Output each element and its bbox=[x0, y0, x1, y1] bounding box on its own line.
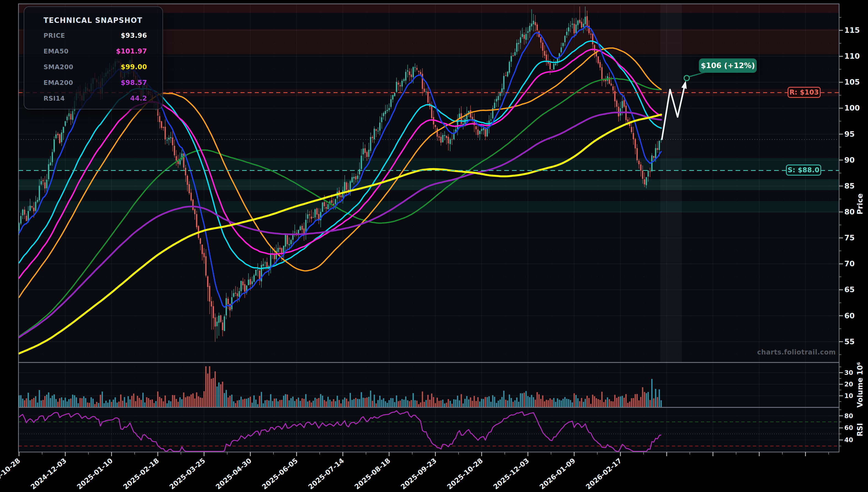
svg-text:2026-01-09: 2026-01-09 bbox=[538, 457, 577, 491]
snapshot-label: EMA50 bbox=[44, 48, 69, 55]
svg-text:20: 20 bbox=[844, 380, 853, 388]
svg-text:65: 65 bbox=[844, 285, 855, 294]
svg-text:RSI: RSI bbox=[856, 423, 864, 436]
snapshot-value: $93.96 bbox=[121, 32, 147, 40]
snapshot-row-sma200: SMA200 $99.00 bbox=[44, 63, 147, 71]
svg-text:2025-03-25: 2025-03-25 bbox=[168, 457, 207, 491]
svg-text:2024-12-03: 2024-12-03 bbox=[29, 457, 68, 491]
svg-text:90: 90 bbox=[844, 156, 855, 164]
svg-text:30: 30 bbox=[844, 369, 853, 376]
snapshot-value: 44.2 bbox=[130, 95, 147, 102]
svg-text:55: 55 bbox=[844, 337, 855, 346]
svg-text:2025-08-18: 2025-08-18 bbox=[353, 457, 392, 491]
svg-text:60: 60 bbox=[844, 424, 853, 432]
svg-text:2025-06-05: 2025-06-05 bbox=[261, 457, 299, 491]
svg-text:100: 100 bbox=[844, 104, 860, 112]
chart-figure: 5560657075808590951001051101151020304060… bbox=[0, 0, 868, 492]
svg-text:80: 80 bbox=[844, 412, 853, 419]
svg-text:80: 80 bbox=[844, 207, 855, 216]
snapshot-label: RSI14 bbox=[44, 95, 65, 102]
svg-text:2025-01-10: 2025-01-10 bbox=[75, 457, 114, 491]
svg-text:2025-07-14: 2025-07-14 bbox=[307, 457, 346, 491]
svg-text:40: 40 bbox=[844, 436, 853, 443]
snapshot-row-price: PRICE $93.96 bbox=[44, 32, 147, 40]
support-level-badge: S: $88.0 bbox=[786, 165, 821, 176]
svg-text:2025-09-23: 2025-09-23 bbox=[399, 457, 438, 491]
snapshot-row-ema200: EMA200 $98.57 bbox=[44, 79, 147, 87]
svg-text:Volume 10⁶: Volume 10⁶ bbox=[856, 362, 864, 408]
svg-text:Price: Price bbox=[856, 194, 864, 215]
snapshot-value: $98.57 bbox=[121, 79, 147, 87]
svg-text:60: 60 bbox=[844, 312, 855, 320]
svg-text:10: 10 bbox=[844, 392, 853, 399]
svg-text:115: 115 bbox=[844, 26, 860, 34]
technical-snapshot-panel: TECHNICAL SNAPSHOT PRICE $93.96 EMA50 $1… bbox=[24, 6, 163, 109]
svg-text:2026-02-17: 2026-02-17 bbox=[584, 457, 623, 491]
svg-text:105: 105 bbox=[844, 78, 860, 86]
svg-text:75: 75 bbox=[844, 233, 855, 242]
svg-text:70: 70 bbox=[844, 260, 855, 268]
snapshot-label: SMA200 bbox=[44, 64, 73, 71]
svg-text:2025-10-28: 2025-10-28 bbox=[446, 457, 484, 491]
snapshot-row-rsi14: RSI14 44.2 bbox=[44, 95, 147, 102]
resistance-level-badge: R: $103 bbox=[788, 87, 821, 98]
svg-text:110: 110 bbox=[844, 52, 860, 60]
svg-text:2025-12-03: 2025-12-03 bbox=[492, 457, 531, 491]
snapshot-value: $99.00 bbox=[121, 63, 147, 71]
snapshot-row-ema50: EMA50 $101.97 bbox=[44, 47, 147, 55]
snapshot-label: EMA200 bbox=[44, 79, 73, 86]
svg-text:85: 85 bbox=[844, 182, 855, 190]
watermark: charts.foliotrail.com bbox=[741, 348, 836, 356]
svg-text:2024-10-28: 2024-10-28 bbox=[0, 457, 22, 491]
snapshot-label: PRICE bbox=[44, 32, 65, 39]
price-target-badge: $106 (+12%) bbox=[699, 58, 757, 73]
svg-text:95: 95 bbox=[844, 130, 855, 138]
snapshot-title: TECHNICAL SNAPSHOT bbox=[44, 16, 147, 25]
svg-text:2025-02-18: 2025-02-18 bbox=[122, 457, 161, 491]
snapshot-value: $101.97 bbox=[116, 47, 147, 55]
svg-text:2025-04-30: 2025-04-30 bbox=[214, 457, 253, 491]
